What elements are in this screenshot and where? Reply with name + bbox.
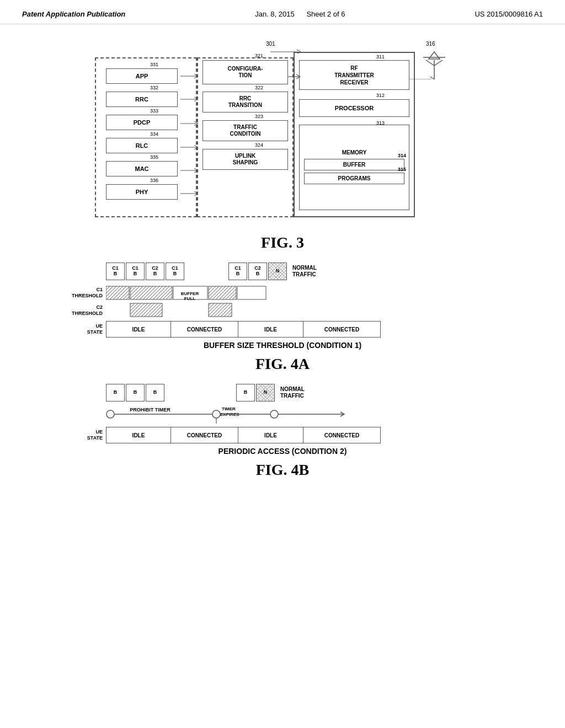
layer-connectors	[178, 57, 202, 223]
ue-state-label-4b: UESTATE	[56, 429, 106, 441]
svg-rect-23	[209, 286, 236, 299]
ref-312: 312	[376, 93, 385, 98]
traffic-conditoin-block: TRAFFICCONDITOIN	[202, 120, 288, 141]
c2-threshold-row: C2THRESHOLD	[56, 302, 509, 319]
fig4a-caption: FIG. 4A	[33, 355, 532, 373]
packet-row-4a: C1B C1B C2B C1B C1B C2B N	[56, 263, 509, 280]
rrc-transition-block: RRCTRANSITION	[202, 92, 288, 113]
state-connected-1-4a: CONNECTED	[171, 321, 238, 338]
ref-331: 331	[150, 62, 158, 67]
uplink-shaping-block: UPLINKSHAPING	[202, 149, 288, 170]
pkt-b-4: B	[236, 384, 255, 402]
timer-waveform: PROHIBIT TIMER TIMER EXPIRES	[106, 405, 454, 424]
state-connected-2-4b: CONNECTED	[303, 427, 381, 443]
fig3-container: 301 316	[33, 41, 532, 228]
timer-track: PROHIBIT TIMER TIMER EXPIRES	[106, 405, 509, 424]
phy-block: PHY	[106, 184, 178, 200]
c2-waveform	[106, 302, 454, 319]
c1-threshold-label: C1THRESHOLD	[56, 287, 106, 299]
pkt-c1b-2: C1B	[126, 263, 145, 280]
prohibit-timer-row: PROHIBIT TIMER TIMER EXPIRES	[56, 405, 509, 424]
c1-track: BUFFER FULL	[106, 283, 509, 302]
svg-point-35	[270, 410, 278, 418]
svg-rect-19	[130, 286, 172, 299]
pkt-c2b-1: C2B	[146, 263, 164, 280]
config-block: CONFIGURA-TION	[202, 60, 288, 84]
fig3-caption: FIG. 3	[33, 234, 532, 251]
fig4b-diagram: B B B B N NORMALTRAFFIC	[56, 384, 509, 443]
ref-321: 321	[255, 53, 263, 58]
rlc-block: RLC	[106, 138, 178, 153]
processor-block: PROCESSOR	[299, 99, 409, 117]
c1-threshold-row: C1THRESHOLD BUFFER FULL	[56, 283, 509, 302]
svg-text:TIMER: TIMER	[222, 406, 236, 411]
patent-number: US 2015/0009816 A1	[475, 10, 543, 18]
rrc-block: RRC	[106, 92, 178, 107]
ref-335: 335	[150, 154, 158, 160]
pkt-c1b-3: C1B	[166, 263, 184, 280]
state-connected-2-4a: CONNECTED	[303, 321, 381, 338]
ref-311: 311	[376, 54, 385, 60]
header-date-sheet: Jan. 8, 2015 Sheet 2 of 6	[255, 10, 345, 18]
svg-marker-7	[429, 52, 440, 59]
ref-324: 324	[255, 142, 263, 148]
ue-state-row-4a: UESTATE IDLE CONNECTED IDLE CONNECTED	[56, 321, 509, 338]
c2-threshold-label: C2THRESHOLD	[56, 304, 106, 317]
antenna-conn	[409, 63, 443, 79]
fig4a-subtitle: BUFFER SIZE THRESHOLD (CONDITION 1)	[33, 341, 532, 350]
main-content: 301 316	[0, 24, 565, 506]
svg-point-27	[106, 410, 114, 418]
normal-traffic-label-4b: NORMALTRAFFIC	[280, 386, 305, 399]
c1-waveform: BUFFER FULL	[106, 283, 454, 302]
page-header: Patent Application Publication Jan. 8, 2…	[0, 0, 565, 24]
pkt-b-2: B	[126, 384, 145, 402]
sheet-info: Sheet 2 of 6	[306, 10, 345, 18]
pkt-c2b-2: C2B	[248, 263, 267, 280]
normal-traffic-label-4a: NORMALTRAFFIC	[292, 265, 317, 278]
svg-text:FULL: FULL	[184, 296, 196, 301]
svg-point-30	[212, 410, 220, 418]
publication-date: Jan. 8, 2015	[255, 10, 295, 18]
pkt-n-2: N	[256, 384, 275, 402]
fig4b-container: B B B B N NORMALTRAFFIC	[33, 384, 532, 443]
rf-block: RFTRANSMITTERRECEIVER	[299, 60, 409, 90]
fig4a-diagram: C1B C1B C2B C1B C1B C2B N	[56, 263, 509, 338]
ref-336: 336	[150, 178, 158, 183]
ue-state-row-4b: UESTATE IDLE CONNECTED IDLE CONNECTED	[56, 427, 509, 443]
state-idle-1-4b: IDLE	[106, 427, 171, 443]
pkt-c1b-1: C1B	[106, 263, 125, 280]
fig4b-subtitle: PERIODIC ACCESS (CONDITION 2)	[33, 447, 532, 456]
ref-322: 322	[255, 85, 263, 90]
app-block: APP	[106, 68, 178, 84]
memory-container: MEMORY BUFFER 314 PROGRAMS 315	[299, 125, 409, 210]
ue-state-label-4a: UESTATE	[56, 323, 106, 335]
ref-316: 316	[426, 41, 435, 47]
state-idle-2-4b: IDLE	[238, 427, 303, 443]
buffer-block: BUFFER 314	[304, 159, 404, 170]
pkt-c1b-4: C1B	[228, 263, 247, 280]
fig4b-caption: FIG. 4B	[33, 461, 532, 479]
svg-line-16	[430, 77, 434, 79]
svg-rect-24	[237, 286, 266, 299]
ref-314: 314	[398, 153, 406, 158]
svg-rect-25	[130, 303, 162, 317]
svg-text:PROHIBIT TIMER: PROHIBIT TIMER	[130, 407, 170, 413]
mac-block: MAC	[106, 161, 178, 176]
memory-label: MEMORY	[342, 149, 367, 156]
mid-hw-arrow	[288, 68, 302, 85]
pdcp-block: PDCP	[106, 115, 178, 130]
state-connected-1-4b: CONNECTED	[171, 427, 238, 443]
state-idle-1-4a: IDLE	[106, 321, 171, 338]
fig4a-wrap: C1B C1B C2B C1B C1B C2B N	[33, 263, 532, 373]
pkt-n-1: N	[268, 263, 287, 280]
c2-track	[106, 302, 509, 319]
pkt-b-1: B	[106, 384, 125, 402]
publication-label: Patent Application Publication	[22, 10, 125, 18]
svg-rect-18	[106, 286, 129, 299]
ref-332: 332	[150, 85, 158, 90]
fig3-diagram: 301 316	[95, 41, 470, 228]
pkt-b-3: B	[146, 384, 164, 402]
packet-row-4b: B B B B N NORMALTRAFFIC	[56, 384, 509, 402]
programs-block: PROGRAMS 315	[304, 173, 404, 184]
fig4a-container: C1B C1B C2B C1B C1B C2B N	[33, 263, 532, 338]
